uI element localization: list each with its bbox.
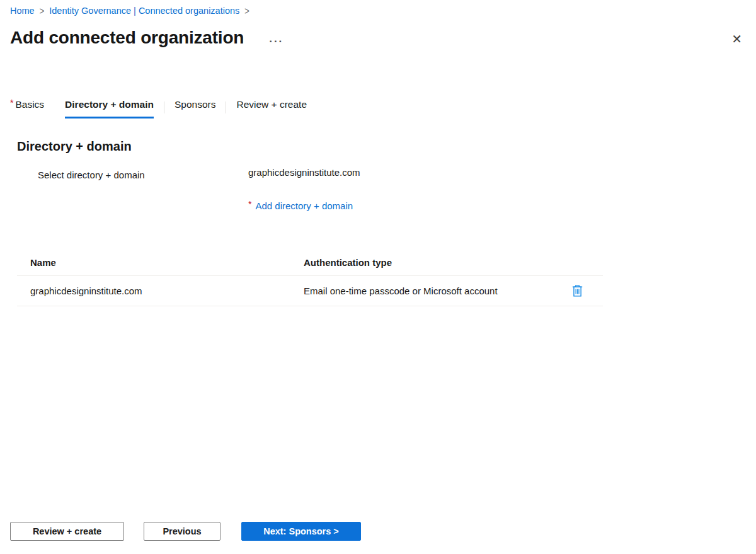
- wizard-footer: Review + create Previous Next: Sponsors …: [10, 522, 361, 541]
- tab-separator: [226, 101, 226, 113]
- more-options-icon[interactable]: ···: [269, 36, 284, 47]
- table-header-row: Name Authentication type: [17, 252, 603, 276]
- title-bar: Add connected organization ···: [10, 28, 284, 48]
- row-auth-type-cell: Email one-time passcode or Microsoft acc…: [304, 286, 571, 296]
- breadcrumb: Home > Identity Governance | Connected o…: [10, 6, 255, 16]
- directories-table: Name Authentication type graphicdesignin…: [17, 252, 603, 306]
- breadcrumb-home-link[interactable]: Home: [10, 6, 35, 16]
- tab-list: *Basics Directory + domain Sponsors Revi…: [10, 99, 307, 118]
- chevron-right-icon: >: [244, 5, 249, 17]
- add-directory-domain-link[interactable]: Add directory + domain: [255, 200, 353, 211]
- tab-basics[interactable]: *Basics: [10, 99, 44, 118]
- row-name-cell: graphicdesigninstitute.com: [30, 286, 304, 296]
- add-connected-organization-panel: Home > Identity Governance | Connected o…: [0, 0, 756, 554]
- previous-button[interactable]: Previous: [144, 522, 220, 541]
- required-asterisk: *: [10, 98, 13, 108]
- trash-icon: [572, 285, 583, 297]
- next-sponsors-button[interactable]: Next: Sponsors >: [241, 522, 361, 541]
- tab-label: Basics: [15, 99, 44, 110]
- add-directory-domain-row: * Add directory + domain: [248, 200, 353, 211]
- breadcrumb-identity-governance-link[interactable]: Identity Governance | Connected organiza…: [49, 6, 239, 16]
- table-row: graphicdesigninstitute.com Email one-tim…: [17, 276, 603, 306]
- close-button[interactable]: ✕: [730, 32, 743, 47]
- delete-row-button[interactable]: [571, 284, 584, 298]
- tab-review-create[interactable]: Review + create: [236, 99, 307, 118]
- column-header-authentication-type: Authentication type: [304, 257, 603, 268]
- required-asterisk: *: [248, 199, 251, 209]
- review-create-button[interactable]: Review + create: [10, 522, 124, 541]
- tab-label: Sponsors: [175, 99, 215, 110]
- tab-directory-domain[interactable]: Directory + domain: [65, 99, 154, 118]
- section-heading: Directory + domain: [17, 139, 132, 154]
- chevron-right-icon: >: [40, 5, 45, 17]
- tab-label: Review + create: [236, 99, 307, 110]
- column-header-name: Name: [30, 257, 304, 268]
- select-directory-domain-label: Select directory + domain: [38, 170, 145, 180]
- selected-directory-value: graphicdesigninstitute.com: [248, 167, 360, 178]
- tab-label: Directory + domain: [65, 99, 154, 110]
- page-title: Add connected organization: [10, 28, 244, 48]
- tab-sponsors[interactable]: Sponsors: [175, 99, 215, 118]
- tab-separator: [164, 101, 164, 113]
